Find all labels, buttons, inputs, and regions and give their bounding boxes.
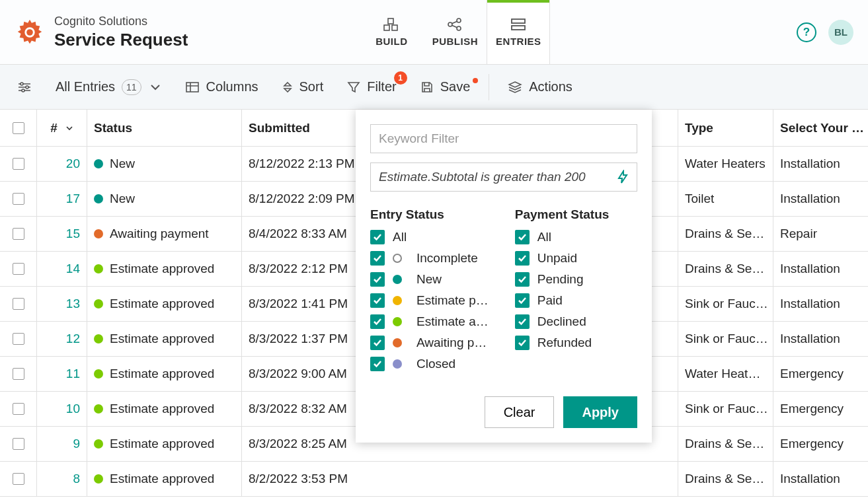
- sort-label: Sort: [299, 79, 324, 94]
- table-row[interactable]: 8Estimate approved8/2/2022 3:53 PMDrains…: [0, 462, 868, 497]
- row-select-your: Installation: [773, 147, 868, 181]
- status-dot-icon: [94, 229, 103, 238]
- checkbox-checked-icon: [370, 357, 385, 371]
- option-label: Estimate p…: [416, 293, 489, 308]
- status-text: Estimate approved: [110, 262, 214, 276]
- entry-status-option[interactable]: Closed: [370, 357, 489, 371]
- payment-status-option[interactable]: Pending: [515, 272, 610, 287]
- row-number: 13: [37, 287, 87, 321]
- row-checkbox[interactable]: [13, 228, 24, 240]
- row-select-your: Installation: [773, 287, 868, 321]
- row-type: Water Heaters: [678, 147, 773, 181]
- sort-button[interactable]: Sort: [273, 74, 333, 100]
- apply-button[interactable]: Apply: [563, 396, 637, 428]
- settings-button[interactable]: [8, 76, 41, 98]
- columns-button[interactable]: Columns: [176, 74, 268, 100]
- row-checkbox[interactable]: [13, 473, 24, 485]
- row-select-cell[interactable]: [0, 287, 37, 321]
- entry-status-option[interactable]: New: [370, 272, 489, 287]
- filter-icon: [347, 81, 360, 93]
- row-checkbox[interactable]: [13, 263, 24, 275]
- status-dot-icon: [94, 334, 103, 343]
- payment-status-option[interactable]: Paid: [515, 293, 610, 308]
- payment-status-option[interactable]: Declined: [515, 314, 610, 329]
- save-button[interactable]: Save: [411, 74, 480, 100]
- entry-status-option[interactable]: Estimate a…: [370, 314, 489, 329]
- row-select-cell[interactable]: [0, 217, 37, 251]
- filter-expression-input[interactable]: Estimate.Subtotal is greater than 200: [370, 162, 637, 192]
- status-text: Estimate approved: [110, 402, 214, 416]
- tab-entries[interactable]: ENTRIES: [487, 0, 550, 64]
- entry-status-option[interactable]: All: [370, 230, 489, 244]
- row-select-cell[interactable]: [0, 392, 37, 426]
- status-text: Estimate approved: [110, 437, 214, 451]
- col-status[interactable]: Status: [87, 110, 242, 146]
- row-select-cell[interactable]: [0, 462, 37, 496]
- entry-status-option[interactable]: Awaiting p…: [370, 336, 489, 350]
- help-button[interactable]: ?: [797, 22, 816, 42]
- option-label: Paid: [537, 293, 563, 308]
- row-submitted: 8/2/2022 3:53 PM: [242, 462, 678, 496]
- brand-text: Cognito Solutions Service Request: [54, 15, 188, 50]
- col-number[interactable]: #: [37, 110, 87, 146]
- row-number: 11: [37, 357, 87, 391]
- keyword-filter-input[interactable]: [370, 124, 637, 153]
- row-select-cell[interactable]: [0, 252, 37, 286]
- row-checkbox[interactable]: [13, 333, 24, 345]
- option-label: Pending: [537, 272, 584, 287]
- row-number: 9: [37, 427, 87, 461]
- col-number-label: #: [50, 121, 58, 135]
- payment-status-option[interactable]: All: [515, 230, 610, 244]
- header-right: ? BL: [797, 20, 853, 45]
- col-type[interactable]: Type: [678, 110, 773, 146]
- row-select-cell[interactable]: [0, 182, 37, 216]
- row-select-cell[interactable]: [0, 357, 37, 391]
- all-entries-dropdown[interactable]: All Entries 11: [46, 74, 171, 100]
- col-select[interactable]: Select Your …: [773, 110, 868, 146]
- svg-rect-13: [186, 83, 198, 92]
- select-all-checkbox[interactable]: [13, 122, 24, 134]
- row-select-cell[interactable]: [0, 147, 37, 181]
- svg-point-12: [22, 89, 24, 92]
- row-checkbox[interactable]: [13, 158, 24, 170]
- user-avatar[interactable]: BL: [828, 20, 853, 45]
- row-checkbox[interactable]: [13, 193, 24, 205]
- payment-status-option[interactable]: Refunded: [515, 336, 610, 350]
- select-all-cell[interactable]: [0, 110, 37, 146]
- row-select-your: Emergency: [773, 357, 868, 391]
- svg-rect-2: [384, 25, 389, 30]
- option-label: Incomplete: [416, 251, 478, 266]
- status-dot-icon: [94, 299, 103, 308]
- option-label: Unpaid: [537, 251, 577, 266]
- payment-status-option[interactable]: Unpaid: [515, 251, 610, 266]
- row-select-cell[interactable]: [0, 322, 37, 356]
- svg-rect-9: [512, 26, 525, 30]
- svg-rect-4: [388, 18, 393, 24]
- row-checkbox[interactable]: [13, 368, 24, 380]
- clear-button[interactable]: Clear: [485, 396, 555, 428]
- entry-status-option[interactable]: Estimate p…: [370, 293, 489, 308]
- status-text: Estimate approved: [110, 367, 214, 381]
- actions-button[interactable]: Actions: [498, 74, 582, 100]
- row-select-cell[interactable]: [0, 427, 37, 461]
- row-status: Estimate approved: [87, 462, 242, 496]
- status-dot-icon: [393, 338, 402, 347]
- option-label: All: [537, 230, 551, 244]
- row-checkbox[interactable]: [13, 298, 24, 310]
- status-text: Estimate approved: [110, 297, 214, 311]
- unsaved-dot-icon: [473, 78, 478, 83]
- row-checkbox[interactable]: [13, 403, 24, 415]
- row-type: Sink or Fauc…: [678, 392, 773, 426]
- entries-toolbar: All Entries 11 Columns Sort Filter 1 Sav…: [0, 65, 868, 110]
- save-label: Save: [440, 79, 471, 94]
- tab-build[interactable]: BUILD: [360, 0, 423, 64]
- filter-button[interactable]: Filter 1: [338, 74, 405, 100]
- entry-status-option[interactable]: Incomplete: [370, 251, 489, 266]
- tab-publish[interactable]: PUBLISH: [423, 0, 487, 64]
- status-dot-icon: [94, 264, 103, 273]
- row-type: Sink or Fauc…: [678, 322, 773, 356]
- row-number: 12: [37, 322, 87, 356]
- row-status: Estimate approved: [87, 357, 242, 391]
- row-checkbox[interactable]: [13, 438, 24, 450]
- row-status: Estimate approved: [87, 252, 242, 286]
